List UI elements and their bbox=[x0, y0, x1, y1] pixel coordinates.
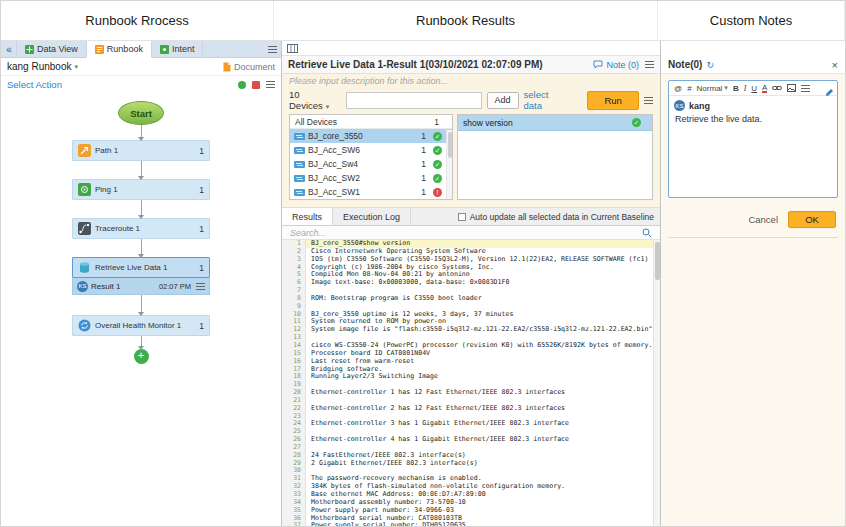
code-line: 18Running Layer2/3 Switching Image bbox=[282, 373, 660, 381]
runbook-results-panel: Retrieve Live Data 1-Result 1(03/10/2021… bbox=[282, 41, 660, 526]
document-icon bbox=[223, 62, 231, 72]
tab-label: Runbook bbox=[107, 44, 143, 54]
flow-result-row[interactable]: KS Result 1 02:07 PM bbox=[72, 278, 210, 295]
status-success-icon: ✓ bbox=[433, 146, 442, 155]
code-line: 33Base ethernet MAC Address: 00:0E:D7:A7… bbox=[282, 491, 660, 499]
collapse-tabs-icon[interactable]: « bbox=[1, 41, 17, 57]
add-action-button[interactable]: + bbox=[134, 349, 149, 364]
status-success-icon: ✓ bbox=[632, 118, 641, 127]
layout-icon[interactable] bbox=[287, 44, 298, 53]
select-action-link[interactable]: Select Action bbox=[7, 79, 62, 90]
config-menu-icon[interactable] bbox=[644, 97, 653, 104]
result-label: Result 1 bbox=[91, 282, 156, 291]
code-line: 31The password-recovery mechanism is ena… bbox=[282, 475, 660, 483]
flow-node-retrieve-live-data[interactable]: Retrieve Live Data 1 1 bbox=[72, 257, 210, 278]
stop-icon[interactable] bbox=[252, 81, 260, 89]
mention-button[interactable]: @ bbox=[674, 84, 682, 93]
tab-runbook[interactable]: Runbook bbox=[86, 41, 152, 58]
edit-pencil-icon[interactable] bbox=[825, 83, 834, 101]
runbook-flowchart: Start Path 1 1 Ping 1 1 Traceroute 1 bbox=[1, 93, 281, 526]
device-row[interactable]: BJ_Acc_SW2 1 ✓ bbox=[290, 171, 452, 185]
avatar: KS bbox=[77, 281, 88, 292]
node-label: Path 1 bbox=[95, 146, 195, 155]
section-title-custom-notes: Custom Notes bbox=[658, 1, 845, 40]
intent-icon bbox=[160, 45, 169, 54]
device-row[interactable]: BJ_core_3550 1 ✓ bbox=[290, 129, 452, 143]
flow-start-node[interactable]: Start bbox=[118, 101, 164, 125]
code-line: 14cisco WS-C3550-24 (PowerPC) processor … bbox=[282, 342, 660, 350]
run-all-icon[interactable] bbox=[238, 81, 246, 89]
search-icon[interactable] bbox=[642, 228, 652, 238]
refresh-icon[interactable]: ↻ bbox=[706, 60, 714, 70]
tab-data-view[interactable]: Data View bbox=[16, 41, 87, 57]
data-row-show-version[interactable]: show version ✓ bbox=[458, 115, 652, 131]
code-line: 30 bbox=[282, 467, 660, 475]
add-button[interactable]: Add bbox=[487, 92, 519, 109]
italic-button[interactable]: I bbox=[744, 84, 747, 93]
paragraph-style-select[interactable]: Normal▾ bbox=[697, 84, 728, 93]
device-name: BJ_Acc_SW6 bbox=[308, 145, 418, 155]
tab-execution-log[interactable]: Execution Log bbox=[333, 208, 411, 225]
node-label: Retrieve Live Data 1 bbox=[95, 263, 195, 272]
result-header-menu-icon[interactable] bbox=[645, 61, 654, 68]
add-device-input[interactable] bbox=[346, 92, 482, 109]
note-link[interactable]: Note (0) bbox=[593, 60, 639, 70]
auto-update-row[interactable]: Auto update all selected data in Current… bbox=[458, 208, 660, 225]
code-line: 17Bridging software. bbox=[282, 366, 660, 374]
link-icon[interactable] bbox=[772, 85, 782, 91]
bold-button[interactable]: B bbox=[733, 84, 739, 93]
run-button[interactable]: Run bbox=[587, 91, 639, 110]
flow-node-overall-health-monitor[interactable]: Overall Health Monitor 1 1 bbox=[72, 315, 210, 336]
close-icon[interactable]: × bbox=[832, 59, 838, 71]
section-title-runbook-process: Runbook Rrocess bbox=[1, 1, 274, 40]
action-row: Select Action bbox=[1, 76, 281, 93]
code-line: 15Processor board ID CAT0801N04V bbox=[282, 350, 660, 358]
device-count-dropdown[interactable]: 10 Devices▾ bbox=[289, 89, 341, 111]
device-row[interactable]: BJ_Acc_SW1 1 ! bbox=[290, 185, 452, 199]
list-icon[interactable] bbox=[801, 85, 810, 92]
chevron-down-icon[interactable]: ▾ bbox=[75, 63, 79, 71]
device-name: BJ_Acc_SW2 bbox=[308, 173, 418, 183]
code-line: 5Compiled Mon 08-Nov-04 00:21 by antonin… bbox=[282, 271, 660, 279]
note-editor[interactable]: @ # Normal▾ B I U A bbox=[668, 80, 838, 198]
flow-menu-icon[interactable] bbox=[266, 81, 275, 88]
search-input[interactable] bbox=[290, 228, 642, 238]
notes-title: Note(0) bbox=[668, 59, 702, 70]
tab-intent[interactable]: Intent bbox=[151, 41, 204, 57]
note-text[interactable]: Retrieve the live data. bbox=[669, 113, 837, 125]
tab-bar-menu-icon[interactable] bbox=[263, 41, 281, 57]
hashtag-button[interactable]: # bbox=[687, 84, 691, 93]
device-row[interactable]: BJ_Acc_SW6 1 ✓ bbox=[290, 143, 452, 157]
underline-button[interactable]: U bbox=[751, 84, 757, 93]
editor-toolbar: @ # Normal▾ B I U A bbox=[669, 81, 837, 96]
device-list-scrollbar[interactable] bbox=[446, 130, 452, 199]
flow-connector bbox=[141, 161, 142, 179]
description-input[interactable]: Please input description for this action… bbox=[282, 74, 660, 88]
ping-icon bbox=[78, 183, 91, 196]
ok-button[interactable]: OK bbox=[788, 211, 836, 228]
select-data-link[interactable]: select data bbox=[524, 89, 568, 111]
tab-results[interactable]: Results bbox=[282, 208, 333, 225]
text-color-button[interactable]: A bbox=[762, 84, 767, 93]
code-line: 9 bbox=[282, 303, 660, 311]
output-scrollbar[interactable] bbox=[653, 240, 660, 526]
cancel-button[interactable]: Cancel bbox=[748, 214, 778, 225]
code-line: 35Power supply part number: 34-0966-03 bbox=[282, 507, 660, 515]
code-line: 26Ethernet-controller 4 has 1 Gigabit Et… bbox=[282, 436, 660, 444]
note-link-label: Note (0) bbox=[606, 60, 639, 70]
flow-connector bbox=[141, 336, 142, 349]
device-row[interactable]: BJ_Acc_Sw4 1 ✓ bbox=[290, 157, 452, 171]
runbook-name-dropdown[interactable]: kang Runbook bbox=[7, 61, 72, 72]
flow-node-path[interactable]: Path 1 1 bbox=[72, 140, 210, 161]
auto-update-checkbox[interactable] bbox=[458, 213, 466, 221]
code-line: 21 bbox=[282, 397, 660, 405]
code-line: 37Power supply serial number: DTH0512063… bbox=[282, 522, 660, 526]
image-icon[interactable] bbox=[787, 84, 796, 92]
code-line: 10BJ_core_3550 uptime is 12 weeks, 3 day… bbox=[282, 311, 660, 319]
result-menu-icon[interactable] bbox=[196, 283, 205, 290]
flow-connector bbox=[141, 239, 142, 257]
result-title: Retrieve Live Data 1-Result 1(03/10/2021… bbox=[288, 59, 587, 70]
document-button[interactable]: Document bbox=[223, 62, 275, 72]
flow-node-ping[interactable]: Ping 1 1 bbox=[72, 179, 210, 200]
flow-node-traceroute[interactable]: Traceroute 1 1 bbox=[72, 218, 210, 239]
